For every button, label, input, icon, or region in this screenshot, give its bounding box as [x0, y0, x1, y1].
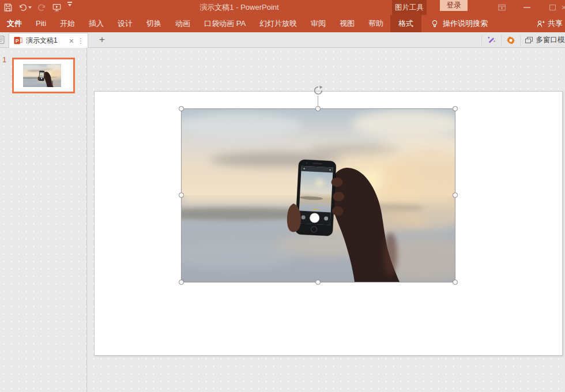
share-button[interactable]: 共享	[536, 15, 565, 32]
rotation-handle[interactable]	[313, 85, 323, 96]
tab-list-button[interactable]	[0, 35, 6, 47]
document-tab-title: 演示文稿1	[26, 36, 66, 46]
magic-wand-icon	[487, 35, 496, 45]
resize-handle-bottom-right[interactable]	[453, 280, 458, 285]
resize-handle-bottom-left[interactable]	[179, 280, 184, 285]
tab-piti[interactable]: Piti	[29, 15, 53, 32]
document-tab-bar: P 演示文稿1 × ⋮ + 多窗口模式	[0, 32, 565, 48]
tab-help[interactable]: 帮助	[361, 15, 390, 32]
tab-home[interactable]: 开始	[53, 15, 82, 32]
signin-button[interactable]: 登录	[440, 0, 468, 11]
tab-format-active[interactable]: 格式	[390, 15, 421, 32]
slide-number: 1	[2, 55, 6, 64]
close-document-tab-button[interactable]: ×	[69, 37, 74, 45]
workspace: 1	[0, 48, 565, 392]
tell-me-label: 操作说明搜索	[443, 18, 488, 29]
svg-text:P: P	[16, 38, 19, 44]
settings-button[interactable]	[506, 36, 515, 45]
tab-insert[interactable]: 插入	[82, 15, 111, 32]
separator	[501, 35, 502, 46]
resize-handle-top-middle[interactable]	[315, 106, 321, 111]
multiwindow-mode-button[interactable]: 多窗口模式	[525, 35, 565, 45]
separator	[520, 35, 521, 46]
magic-wand-button[interactable]	[487, 35, 496, 45]
close-button[interactable]: ×	[558, 0, 565, 15]
powerpoint-file-icon: P	[14, 36, 22, 45]
multiwindow-label: 多窗口模式	[536, 35, 565, 45]
gear-icon	[506, 36, 515, 45]
tab-bar-tools: 多窗口模式	[477, 32, 565, 48]
lightbulb-icon	[431, 20, 439, 28]
powerpoint-window: { "titlebar": { "title": "演示文稿1 - PowerP…	[0, 0, 565, 392]
panel-divider[interactable]	[86, 48, 87, 392]
slide-thumbnail[interactable]	[12, 58, 75, 93]
document-icon	[0, 35, 6, 44]
minimize-button[interactable]	[514, 0, 540, 15]
minimize-icon	[523, 7, 530, 8]
share-label: 共享	[548, 18, 563, 29]
selected-picture[interactable]	[182, 109, 455, 282]
maximize-icon	[549, 5, 556, 10]
ribbon-display-options-button[interactable]	[489, 0, 514, 15]
ribbon-display-options-icon	[498, 3, 506, 12]
document-tab-active[interactable]: P 演示文稿1 × ⋮	[9, 33, 88, 48]
separator	[481, 35, 482, 46]
slide-thumbnail-image	[23, 64, 61, 87]
resize-handle-top-left[interactable]	[179, 106, 184, 111]
resize-handle-top-right[interactable]	[453, 106, 458, 111]
tab-animations[interactable]: 动画	[168, 15, 197, 32]
document-tab-more-button[interactable]: ⋮	[77, 37, 84, 44]
resize-handle-middle-left[interactable]	[179, 193, 184, 198]
tab-pocket-animation[interactable]: 口袋动画 PA	[197, 15, 253, 32]
tab-transitions[interactable]: 切换	[140, 15, 168, 32]
tab-file[interactable]: 文件	[0, 15, 29, 32]
tab-slideshow[interactable]: 幻灯片放映	[253, 15, 304, 32]
multiwindow-icon	[525, 37, 533, 44]
new-document-tab-button[interactable]: +	[96, 34, 108, 46]
tab-review[interactable]: 审阅	[304, 15, 333, 32]
tab-view[interactable]: 视图	[333, 15, 361, 32]
resize-handle-middle-right[interactable]	[453, 193, 458, 198]
share-person-icon	[536, 20, 545, 28]
resize-handle-bottom-middle[interactable]	[315, 280, 321, 285]
close-icon: ×	[562, 2, 565, 12]
tell-me-search[interactable]: 操作说明搜索	[431, 15, 488, 32]
ribbon-tab-bar: 文件 Piti 开始 插入 设计 切换 动画 口袋动画 PA 幻灯片放映 审阅 …	[0, 15, 565, 32]
tab-design[interactable]: 设计	[111, 15, 140, 32]
picture-tools-context-label: 图片工具	[392, 0, 427, 15]
window-controls	[489, 0, 565, 15]
rotate-icon	[313, 85, 323, 96]
title-bar: 演示文稿1 - PowerPoint 图片工具 登录 ×	[0, 0, 565, 15]
beach-phone-photo	[182, 109, 455, 282]
